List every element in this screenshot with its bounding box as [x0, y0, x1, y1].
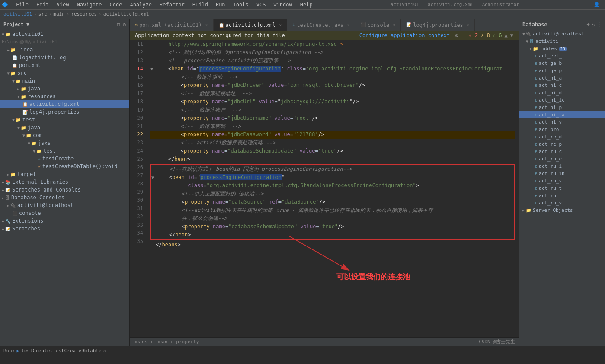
sidebar-item-logfile[interactable]: 📄 logactiviti.log: [0, 54, 129, 61]
close-icon[interactable]: ×: [205, 22, 208, 27]
db-table-act-ru-t[interactable]: ⊞ act_ru_t: [519, 185, 605, 192]
db-activiti-schema[interactable]: ▼ 🗄 activiti: [519, 38, 605, 45]
sidebar-item-java-test[interactable]: ▼ 📁 java: [0, 124, 129, 131]
db-table-act-ru-ti[interactable]: ⊞ act_ru_ti: [519, 192, 605, 199]
close-icon[interactable]: ×: [467, 22, 469, 27]
sidebar-item-idea[interactable]: ► 📁 .idea: [0, 46, 129, 54]
sidebar-item-jsxs[interactable]: ▼ 📁 jsxs: [0, 139, 129, 147]
prop-file-icon: 📝: [22, 110, 28, 115]
menu-navigate[interactable]: Navigate: [74, 1, 106, 9]
sidebar-item-activiti-cfg[interactable]: 📋 activiti.cfg.xml: [0, 100, 129, 108]
sidebar-item-activiti01[interactable]: ▼ 📁 activiti01: [0, 30, 129, 38]
menu-run[interactable]: Run: [212, 1, 229, 9]
sidebar-item-activiti-localhost[interactable]: ► 🔌 activiti@localhost: [0, 201, 129, 209]
sidebar-settings-icon[interactable]: ⚙: [123, 22, 126, 28]
db-table-act-evt[interactable]: ⊞ act_evt_: [519, 52, 605, 60]
tab-activiti-cfg[interactable]: 📋 activiti.cfg.xml ×: [214, 19, 288, 31]
tab-console[interactable]: ⬛ console ×: [355, 19, 401, 31]
sidebar-item-pom[interactable]: 📋 pom.xml: [0, 61, 129, 69]
menu-view[interactable]: View: [53, 1, 73, 9]
tab-log4j[interactable]: 📝 log4j.properties ×: [401, 19, 475, 31]
menu-file[interactable]: File: [13, 1, 32, 9]
menu-build[interactable]: Build: [189, 1, 211, 9]
db-table-act-ru-s[interactable]: ⊞ act_ru_s: [519, 177, 605, 185]
sidebar-item-test-folder[interactable]: ▼ 📁 test: [0, 147, 129, 155]
sidebar-item-com[interactable]: ▼ 📁 com: [0, 131, 129, 139]
more-icon[interactable]: ⋮: [596, 22, 602, 28]
chevron-up-icon[interactable]: ▲: [505, 32, 508, 38]
configure-link[interactable]: Configure application context: [359, 32, 450, 38]
db-table-act-ru-i[interactable]: ⊞ act_ru_i: [519, 163, 605, 170]
sidebar-item-scratches[interactable]: ► 📝 Scratches: [0, 225, 129, 233]
arrow-icon: ►: [522, 208, 525, 213]
code-content[interactable]: http://www.springframework.org/schema/tx…: [147, 40, 519, 337]
db-table-icon: ⊞: [535, 120, 537, 125]
close-icon[interactable]: ×: [393, 22, 395, 27]
db-table-act-hi-ta[interactable]: ⊞ act_hi_ta: [519, 111, 605, 118]
close-icon[interactable]: ×: [279, 23, 282, 28]
sidebar-item-testcreatedb[interactable]: ⚡ testCreateDbTable():void: [0, 163, 129, 170]
code-line-17: <!-- 数据库链接地址 -->: [150, 89, 515, 98]
db-table-act-hi-p[interactable]: ⊞ act_hi_p: [519, 104, 605, 111]
run-close-icon[interactable]: ×: [103, 348, 106, 354]
tab-pom[interactable]: ⚙ pom.xml (activiti01) ×: [130, 19, 214, 31]
sidebar-item-resources[interactable]: ▼ 📁 resources: [0, 93, 129, 100]
db-table-act-hi-c[interactable]: ⊞ act_hi_c: [519, 82, 605, 89]
db-server-objects[interactable]: ► 📁 Server Objects: [519, 207, 605, 214]
sidebar-item-src[interactable]: ▼ 📁 src: [0, 69, 129, 77]
sidebar-item-db-consoles[interactable]: ► 🗄 Database Consoles: [0, 194, 129, 201]
breadcrumb-item-3[interactable]: main: [53, 11, 65, 17]
db-table-act-hi-a[interactable]: ⊞ act_hi_a: [519, 74, 605, 82]
refresh-icon[interactable]: ↻: [592, 22, 595, 28]
db-tables-folder[interactable]: ▼ 📁 tables 25: [519, 45, 605, 52]
close-icon[interactable]: ×: [347, 22, 350, 27]
sidebar-item-target[interactable]: ► 📁 target: [0, 170, 129, 178]
db-table-act-re-p[interactable]: ⊞ act_re_p: [519, 140, 605, 148]
add-icon[interactable]: +: [587, 22, 590, 28]
code-line-22: <property name="jdbcPassword" value="121…: [150, 131, 515, 139]
db-table-act-ru-in[interactable]: ⊞ act_ru_in: [519, 170, 605, 177]
db-table-act-ru-v[interactable]: ⊞ act_ru_v: [519, 199, 605, 207]
fold-icon[interactable]: ▼: [151, 173, 157, 182]
breadcrumb-item-4[interactable]: resources: [71, 11, 97, 17]
fold-icon[interactable]: ▼: [150, 65, 156, 73]
db-table-act-hi-v[interactable]: ⊞ act_hi_v: [519, 118, 605, 126]
code-line-16: <property name="jdbcDriver" value="com.m…: [150, 81, 515, 89]
menu-window[interactable]: Window: [270, 1, 295, 9]
db-table-act-hi-ic[interactable]: ⊞ act_hi_ic: [519, 96, 605, 104]
db-table-act-hi-d[interactable]: ⊞ act_hi_d: [519, 89, 605, 96]
menu-edit[interactable]: Edit: [33, 1, 52, 9]
db-table-act-pro[interactable]: ⊞ act_pro: [519, 126, 605, 133]
db-table-act-ge-b[interactable]: ⊞ act_ge_b: [519, 60, 605, 67]
breadcrumb-item-5[interactable]: activiti.cfg.xml: [103, 11, 149, 17]
menu-vcs[interactable]: VCS: [253, 1, 269, 9]
breadcrumb-item-2[interactable]: src: [38, 11, 47, 17]
warning-message: Application context not configured for t…: [135, 32, 285, 38]
db-table-act-re-d[interactable]: ⊞ act_re_d: [519, 133, 605, 140]
sidebar-item-scratches-consoles[interactable]: ► 📝 Scratches and Consoles: [0, 186, 129, 194]
db-table-act-ge-p[interactable]: ⊞ act_ge_p: [519, 67, 605, 74]
chevron-down-icon[interactable]: ▼: [510, 32, 513, 38]
tab-testcreate[interactable]: ☕ testCreate.java ×: [287, 19, 355, 31]
menu-analyze[interactable]: Analyze: [126, 1, 155, 9]
sidebar-item-java-main[interactable]: ► 📁 java: [0, 85, 129, 93]
database-toolbar: + ↻ ⋮: [587, 22, 602, 28]
db-table-act-ru-c[interactable]: ⊞ act_ru_c: [519, 148, 605, 155]
sidebar-item-log4j[interactable]: 📝 log4j.properties: [0, 108, 129, 116]
sidebar-item-test[interactable]: ▼ 📁 test: [0, 116, 129, 124]
menu-help[interactable]: Help: [297, 1, 316, 9]
db-activiti-localhost[interactable]: ▼ 🔌 activiti@localhost: [519, 30, 605, 38]
sidebar-item-external-libs[interactable]: ► 📚 External Libraries: [0, 178, 129, 186]
sidebar-item-console[interactable]: ⬛ console: [0, 209, 129, 217]
settings-icon[interactable]: ⚙: [455, 32, 458, 38]
sidebar-item-extensions[interactable]: ► 🔧 Extensions: [0, 217, 129, 225]
menu-tools[interactable]: Tools: [230, 1, 252, 9]
db-table-act-ru-e[interactable]: ⊞ act_ru_e: [519, 155, 605, 163]
menu-refactor[interactable]: Refactor: [156, 1, 188, 9]
sidebar-item-main[interactable]: ▼ 📁 main: [0, 77, 129, 85]
menu-code[interactable]: Code: [106, 1, 126, 9]
breadcrumb-item-1[interactable]: activiti01: [3, 11, 32, 17]
sidebar-collapse-icon[interactable]: ⊟: [117, 22, 120, 28]
play-icon[interactable]: ▶: [17, 348, 20, 354]
sidebar-item-testcreate[interactable]: ☕ testCreate: [0, 155, 129, 163]
